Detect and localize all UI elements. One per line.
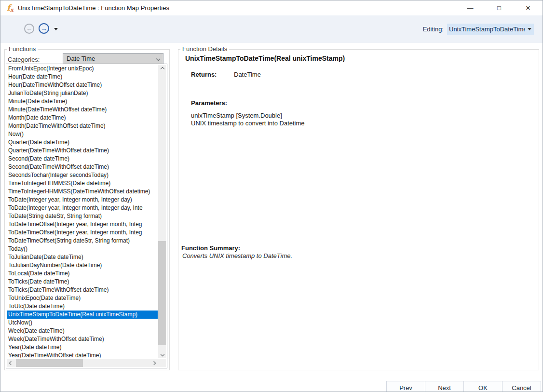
list-item[interactable]: Year(Date dateTime) [7, 343, 158, 351]
scroll-left-button[interactable] [7, 359, 15, 367]
list-item[interactable]: Minute(DateTimeWithOffset dateTime) [7, 106, 158, 114]
scroll-up-button[interactable] [158, 65, 166, 73]
function-list-items: FromUnixEpoc(Integer unixEpoc)Hour(Date … [7, 65, 158, 358]
list-item[interactable]: Month(Date dateTime) [7, 114, 158, 122]
ok-button[interactable]: OK [463, 381, 502, 392]
forward-arrow-icon: → [41, 25, 47, 32]
list-item[interactable]: TimeToIntegerHHMMSS(DateTimeWithOffset d… [7, 188, 158, 196]
list-item[interactable]: ToDate(Integer year, Integer month, Inte… [7, 204, 158, 212]
returns-row: Returns:DateTime [191, 71, 261, 78]
back-arrow-icon: ← [26, 26, 32, 32]
returns-value: DateTime [234, 71, 261, 78]
vertical-scrollbar[interactable] [158, 65, 166, 358]
chevron-down-icon [528, 28, 531, 30]
function-fx-icon: fx [7, 4, 14, 13]
dialog-window: fx UnixTimeStampToDateTime : Function Ma… [0, 0, 543, 392]
forward-dropdown-caret-icon[interactable] [54, 28, 58, 30]
list-item[interactable]: ToTicks(Date dateTime) [7, 278, 158, 286]
scroll-down-button[interactable] [158, 350, 166, 358]
minimize-icon: — [467, 4, 474, 12]
function-signature: UnixTimeStampToDateTime(Real unixTimeSta… [185, 54, 345, 62]
list-item[interactable]: Quarter(Date dateTime) [7, 138, 158, 147]
list-item[interactable]: Minute(Date dateTime) [7, 97, 158, 106]
list-item[interactable]: Year(DateTimeWithOffset dateTime) [7, 351, 158, 358]
cancel-button[interactable]: Cancel [502, 381, 541, 392]
scroll-right-button[interactable] [149, 359, 158, 367]
list-item[interactable]: Week(DateTimeWithOffset dateTime) [7, 335, 158, 343]
list-item[interactable]: Hour(Date dateTime) [7, 73, 158, 81]
parameters-label: Parameters: [191, 99, 227, 107]
editing-label: Editing: [423, 26, 444, 33]
prev-button[interactable]: Prev [386, 381, 425, 392]
editing-section: Editing: UnixTimeStampToDateTime [423, 24, 534, 35]
parameter-description: UNIX timestamp to convert into Datetime [191, 120, 305, 127]
function-details-legend: Function Details [180, 45, 229, 53]
forward-button[interactable]: → [39, 23, 49, 34]
list-item[interactable]: Quarter(DateTimeWithOffset dateTime) [7, 147, 158, 155]
list-item[interactable]: UnixTimeStampToDateTime(Real unixTimeSta… [7, 311, 158, 319]
parameter-name: unixTimeStamp [System.Double] [191, 112, 282, 119]
function-summary-label: Function Summary: [181, 244, 240, 252]
list-item[interactable]: ToDateTimeOffset(Integer year, Integer m… [7, 229, 158, 237]
chevron-down-icon [156, 56, 160, 60]
chevron-right-icon [151, 361, 155, 365]
list-item[interactable]: JulianToDate(String julianDate) [7, 89, 158, 97]
close-icon: × [526, 3, 530, 13]
list-item[interactable]: ToDateTimeOffset(String dateStr, String … [7, 237, 158, 245]
list-item[interactable]: Week(Date dateTime) [7, 327, 158, 335]
list-item[interactable]: Second(DateTimeWithOffset dateTime) [7, 163, 158, 171]
list-item[interactable]: ToDate(Integer year, Integer month, Inte… [7, 196, 158, 204]
chevron-down-icon [160, 352, 164, 356]
maximize-button[interactable]: □ [485, 0, 514, 15]
list-item[interactable]: ToDateTimeOffset(Integer year, Integer m… [7, 220, 158, 229]
list-item[interactable]: ToUnixEpoc(Date dateTime) [7, 294, 158, 302]
function-details-groupbox: Function Details UnixTimeStampToDateTime… [178, 49, 539, 370]
functions-legend: Functions [7, 45, 38, 53]
returns-label: Returns: [191, 71, 234, 78]
list-item[interactable]: ToUtc(Date dateTime) [7, 302, 158, 311]
minimize-button[interactable]: — [456, 0, 485, 15]
editing-value: UnixTimeStampToDateTime [449, 26, 525, 33]
title-bar: fx UnixTimeStampToDateTime : Function Ma… [0, 0, 543, 15]
horizontal-scrollbar-thumb[interactable] [16, 359, 83, 367]
list-item[interactable]: Now() [7, 130, 158, 138]
categories-value: Date Time [67, 55, 95, 62]
list-item[interactable]: ToTicks(DateTimeWithOffset dateTime) [7, 286, 158, 294]
functions-groupbox: Functions Categories: Date Time FromUnix… [4, 49, 170, 370]
back-button[interactable]: ← [24, 24, 34, 34]
list-item[interactable]: Second(Date dateTime) [7, 155, 158, 163]
editing-combobox[interactable]: UnixTimeStampToDateTime [447, 24, 534, 35]
chevron-left-icon [9, 361, 13, 365]
function-summary-text: Converts UNIX timestamp to DateTime. [182, 252, 292, 259]
horizontal-scrollbar[interactable] [7, 359, 166, 367]
list-item[interactable]: Month(DateTimeWithOffset dateTime) [7, 122, 158, 130]
categories-combobox[interactable]: Date Time [63, 53, 163, 64]
function-listbox: FromUnixEpoc(Integer unixEpoc)Hour(Date … [6, 64, 167, 368]
chevron-up-icon [160, 67, 164, 70]
next-button[interactable]: Next [425, 381, 464, 392]
list-item[interactable]: UtcNow() [7, 319, 158, 327]
list-item[interactable]: SecondsTochar(Integer secondsToday) [7, 171, 158, 179]
list-item[interactable]: Hour(DateTimeWithOffset dateTime) [7, 81, 158, 89]
list-item[interactable]: ToDate(String dateStr, String format) [7, 212, 158, 220]
list-item[interactable]: ToLocal(Date dateTime) [7, 270, 158, 278]
maximize-icon: □ [497, 4, 501, 12]
window-controls: — □ × [456, 0, 543, 15]
categories-label: Categories: [8, 56, 40, 63]
window-title: UnixTimeStampToDateTime : Function Map P… [18, 4, 169, 12]
close-button[interactable]: × [514, 0, 543, 15]
list-item[interactable]: TimeToIntegerHHMMSS(Date datetime) [7, 179, 158, 188]
list-item[interactable]: ToJulianDayNumber(Date dateTime) [7, 261, 158, 270]
vertical-scrollbar-thumb[interactable] [158, 241, 166, 345]
toolbar: ← → Editing: UnixTimeStampToDateTime [0, 15, 543, 43]
list-item[interactable]: Today() [7, 245, 158, 253]
list-item[interactable]: FromUnixEpoc(Integer unixEpoc) [7, 65, 158, 73]
list-item[interactable]: ToJulianDate(Date dateTime) [7, 253, 158, 261]
